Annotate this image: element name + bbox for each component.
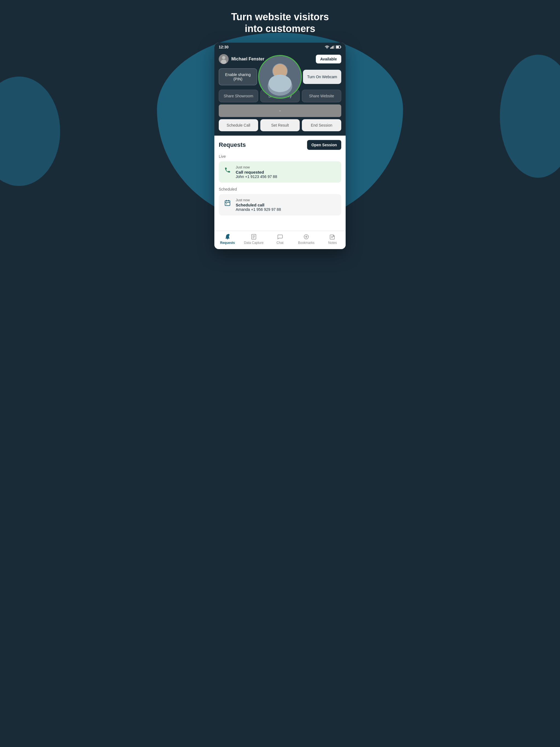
scheduled-card-content: Just now Scheduled call Amanda +1 956 92… (236, 198, 281, 212)
avatar (219, 54, 229, 64)
content-spacer (219, 215, 341, 226)
avatar-image (219, 54, 229, 64)
share-showroom-button[interactable]: Share Showroom (219, 90, 258, 102)
live-card-timestamp: Just now (236, 165, 277, 169)
share-website-button[interactable]: Share Website (302, 90, 341, 102)
available-button[interactable]: Available (316, 55, 341, 63)
svg-rect-16 (225, 201, 230, 206)
user-info: Michael Fenster (219, 54, 264, 64)
gray-bar: - (219, 104, 341, 117)
hero-title: Turn website visitors into customers (231, 11, 329, 34)
enable-sharing-button[interactable]: Enable sharing (PIN) (219, 68, 257, 85)
svg-rect-7 (336, 46, 339, 48)
svg-rect-2 (331, 47, 332, 49)
live-card-title: Call requested (236, 170, 277, 175)
status-time: 12:30 (219, 45, 229, 49)
svg-rect-4 (334, 45, 334, 49)
action-row: Schedule Call Set Result End Session (219, 119, 341, 131)
scheduled-section-label: Scheduled (219, 187, 341, 191)
nav-item-notes[interactable]: Notes (320, 234, 346, 245)
agent-photo (259, 56, 301, 98)
svg-point-18 (228, 234, 229, 236)
svg-rect-3 (332, 46, 333, 49)
white-content-area: Requests Open Session Live Just now Call… (214, 136, 346, 231)
live-card-content: Just now Call requested John +1 9123 456… (236, 165, 277, 179)
bookmarks-icon (303, 234, 309, 240)
data-capture-icon (251, 234, 257, 240)
background-blob-right (500, 55, 560, 178)
status-bar: 12:30 (214, 43, 346, 51)
bottom-navigation: Requests Data Capture Chat Bookmarks (214, 231, 346, 249)
phone-icon-wrap (223, 166, 232, 175)
status-icons (325, 45, 341, 49)
scheduled-card-subtitle: Amanda +1 956 929 97 88 (236, 207, 281, 212)
nav-label-bookmarks: Bookmarks (298, 241, 314, 245)
nav-item-requests[interactable]: Requests (214, 234, 240, 245)
calendar-icon (224, 200, 231, 206)
agent-avatar-container (258, 55, 302, 99)
agent-section: Enable sharing (PIN) Turn On Webcam (219, 68, 341, 85)
live-card-subtitle: John +1 9123 456 97 88 (236, 175, 277, 179)
requests-header: Requests Open Session (219, 140, 341, 150)
end-session-button[interactable]: End Session (302, 119, 341, 131)
battery-icon (336, 45, 341, 49)
svg-rect-6 (341, 47, 341, 48)
svg-point-15 (269, 75, 291, 92)
requests-title: Requests (219, 141, 246, 149)
chat-icon (277, 234, 283, 240)
nav-label-chat: Chat (276, 241, 283, 245)
main-content: Enable sharing (PIN) Turn On Webcam Sh (214, 68, 346, 136)
nav-label-data-capture: Data Capture (244, 241, 263, 245)
nav-item-bookmarks[interactable]: Bookmarks (293, 234, 320, 245)
phone-mockup: 12:30 (214, 43, 346, 249)
nav-label-requests: Requests (220, 241, 235, 245)
live-call-card[interactable]: Just now Call requested John +1 9123 456… (219, 161, 341, 183)
scheduled-call-card[interactable]: Just now Scheduled call Amanda +1 956 92… (219, 194, 341, 215)
svg-point-0 (327, 48, 327, 49)
live-section-label: Live (219, 154, 341, 159)
turn-on-webcam-button[interactable]: Turn On Webcam (303, 70, 341, 84)
set-result-button[interactable]: Set Result (260, 119, 300, 131)
signal-icon (330, 45, 335, 49)
calendar-icon-wrap (223, 199, 232, 207)
scheduled-card-title: Scheduled call (236, 203, 281, 207)
svg-rect-1 (330, 48, 331, 49)
wifi-icon (325, 45, 329, 49)
phone-icon (224, 167, 231, 173)
nav-label-notes: Notes (328, 241, 337, 245)
scheduled-card-timestamp: Just now (236, 198, 281, 202)
nav-item-data-capture[interactable]: Data Capture (240, 234, 267, 245)
notes-icon (330, 234, 335, 240)
agent-avatar-ring (258, 55, 302, 99)
svg-point-9 (222, 56, 225, 59)
background-blob-left (0, 77, 60, 186)
bell-icon (225, 234, 230, 240)
svg-point-10 (221, 60, 226, 64)
nav-item-chat[interactable]: Chat (267, 234, 293, 245)
open-session-button[interactable]: Open Session (307, 140, 341, 150)
svg-rect-17 (226, 203, 227, 204)
schedule-call-button[interactable]: Schedule Call (219, 119, 258, 131)
